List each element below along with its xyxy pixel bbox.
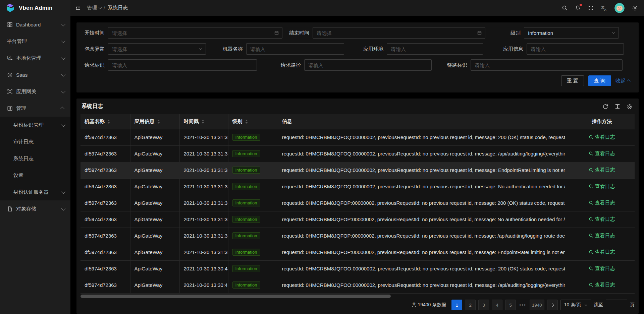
view-log-link[interactable]: 查看日志 xyxy=(589,282,615,288)
view-log-link[interactable]: 查看日志 xyxy=(589,134,615,140)
table-column-header[interactable]: 时间戳 xyxy=(179,114,228,129)
sidebar-item-label: 身份标识管理 xyxy=(13,122,44,128)
filter-field-input[interactable] xyxy=(527,44,624,54)
reset-button[interactable]: 重 置 xyxy=(561,75,584,86)
column-settings-gear-icon[interactable] xyxy=(627,104,633,110)
jump-to-page-input[interactable] xyxy=(606,300,627,310)
table-column-header[interactable]: 操作方法 xyxy=(569,114,635,129)
refresh-icon[interactable] xyxy=(602,104,608,110)
cell-app-info: ApiGateWay xyxy=(130,260,179,277)
sidebar-item[interactable]: 审计日志 xyxy=(0,133,70,150)
sort-carets-icon xyxy=(107,120,110,124)
search-icon[interactable] xyxy=(562,5,568,11)
sidebar-item[interactable]: 应用网关 xyxy=(0,83,70,100)
chevron-down-icon xyxy=(584,303,588,307)
level-badge: Information xyxy=(232,167,260,174)
cell-actions: 查看日志 xyxy=(569,129,635,145)
fullscreen-icon[interactable] xyxy=(588,5,594,11)
page-number-button[interactable]: 4 xyxy=(492,300,502,310)
translate-icon[interactable]: 文 A xyxy=(601,5,607,11)
view-log-link[interactable]: 查看日志 xyxy=(589,167,615,173)
filter-field-input[interactable] xyxy=(108,44,206,54)
sidebar-item[interactable]: 对象存储 xyxy=(0,200,70,217)
row-height-icon[interactable] xyxy=(614,104,621,110)
table-column-header[interactable]: 级别 xyxy=(228,114,278,129)
sidebar-item[interactable]: 身份认证服务器 xyxy=(0,184,70,200)
chevron-down-icon xyxy=(61,39,66,43)
view-log-link[interactable]: 查看日志 xyxy=(589,150,615,157)
sidebar-item[interactable]: A 本地化管理 xyxy=(0,50,70,66)
table-body: df5974d72363 ApiGateWay 2021-10-30 13:31… xyxy=(80,129,635,293)
next-page-button[interactable] xyxy=(547,300,558,310)
level-badge: Information xyxy=(232,249,260,256)
sidebar-item-label: 对象存储 xyxy=(16,206,36,212)
filter-field-input[interactable] xyxy=(108,60,257,70)
collapse-filter-link[interactable]: 收起 xyxy=(615,78,631,84)
sidebar-item[interactable]: 平台管理 xyxy=(0,33,70,50)
sidebar-item-label: 管理 xyxy=(16,105,26,112)
page-size-select[interactable]: 10 条/页 xyxy=(560,300,591,310)
last-page-button[interactable]: 1940 xyxy=(530,300,544,310)
filter-row: 开始时间 结束时间 级别 xyxy=(85,27,631,39)
chevron-down-icon xyxy=(61,89,66,93)
cell-message: requestId: 0HMCRBM8JQFOQ:00000002, previ… xyxy=(278,178,569,195)
view-log-link[interactable]: 查看日志 xyxy=(589,216,615,223)
sidebar-item-label: 本地化管理 xyxy=(16,55,41,61)
view-log-link[interactable]: 查看日志 xyxy=(589,265,615,272)
collapse-menu-icon[interactable] xyxy=(75,5,81,11)
page-number-button[interactable]: 1 xyxy=(451,300,462,310)
filter-field: 请求标识 xyxy=(85,59,257,71)
table-column-header[interactable]: 信息 xyxy=(278,114,569,129)
view-log-link[interactable]: 查看日志 xyxy=(589,183,615,190)
cell-timestamp: 2021-10-30 13:30:44 xyxy=(179,277,228,293)
table-row: df5974d72363 ApiGateWay 2021-10-30 13:31… xyxy=(80,145,635,162)
sidebar-item[interactable]: 系统日志 xyxy=(0,150,70,167)
filter-field-input[interactable] xyxy=(305,60,431,70)
sidebar-item[interactable]: Dashboard xyxy=(0,16,70,33)
filter-field-input[interactable] xyxy=(247,44,344,54)
table-toolbar xyxy=(602,104,635,110)
chevron-down-icon xyxy=(61,189,66,194)
localization-icon: A xyxy=(7,55,13,61)
sidebar-item[interactable]: 身份标识管理 xyxy=(0,117,70,133)
cell-timestamp: 2021-10-30 13:31:36 xyxy=(179,211,228,228)
view-log-link[interactable]: 查看日志 xyxy=(589,200,615,206)
view-log-link[interactable]: 查看日志 xyxy=(589,249,615,255)
app-logo[interactable]: Vben Admin xyxy=(0,0,70,16)
filter-field-input[interactable] xyxy=(524,27,619,38)
scrollbar-thumb[interactable] xyxy=(80,295,391,298)
page-number-button[interactable]: 5 xyxy=(505,300,516,310)
filter-field-input[interactable] xyxy=(108,27,282,38)
sidebar-item[interactable]: Saas xyxy=(0,66,70,83)
breadcrumb-menu[interactable]: 管理 xyxy=(87,5,101,11)
chevron-down-icon xyxy=(61,122,66,127)
table-header-row: 机器名称 应用信息 xyxy=(80,114,635,129)
view-log-link[interactable]: 查看日志 xyxy=(589,233,615,239)
settings-gear-icon[interactable] xyxy=(632,5,638,11)
page-number-button[interactable]: 3 xyxy=(478,300,489,310)
filter-field: 包含异常 xyxy=(85,43,206,55)
cell-level: Information xyxy=(228,244,278,260)
sidebar-item[interactable]: 管理 xyxy=(0,100,70,117)
cell-app-info: ApiGateWay xyxy=(130,195,179,211)
cell-level: Information xyxy=(228,228,278,244)
search-icon xyxy=(589,168,593,172)
chevron-down-icon xyxy=(61,206,66,210)
filter-field-input[interactable] xyxy=(313,27,485,38)
notification-bell-icon[interactable] xyxy=(575,5,581,11)
filter-field-input[interactable] xyxy=(471,60,622,70)
cell-timestamp: 2021-10-30 13:31:36 xyxy=(179,244,228,260)
chevron-right-icon xyxy=(550,303,554,307)
search-icon xyxy=(589,217,593,222)
filter-field-input[interactable] xyxy=(387,44,483,54)
user-avatar[interactable] xyxy=(614,3,625,13)
cell-machine-name: df5974d72363 xyxy=(80,228,130,244)
page-number-button[interactable]: 2 xyxy=(465,300,476,310)
cell-machine-name: df5974d72363 xyxy=(80,162,130,178)
table-column-header[interactable]: 应用信息 xyxy=(130,114,179,129)
query-button[interactable]: 查 询 xyxy=(588,75,611,86)
table-column-header[interactable]: 机器名称 xyxy=(80,114,130,129)
gateway-icon xyxy=(7,88,13,95)
sidebar-item[interactable]: 设置 xyxy=(0,167,70,184)
sidebar-item-label: 身份认证服务器 xyxy=(13,189,49,195)
